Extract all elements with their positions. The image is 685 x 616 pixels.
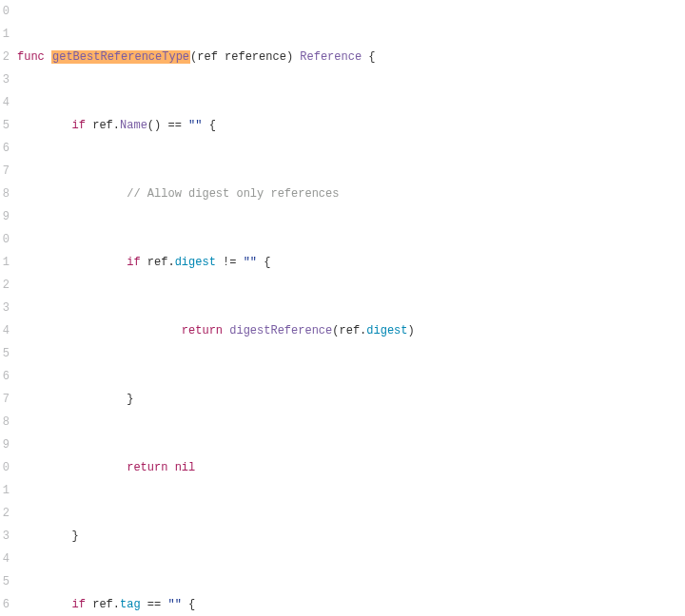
line-number: 4	[0, 319, 10, 342]
code-line: if ref.digest != "" {	[17, 251, 685, 274]
line-number: 0	[0, 0, 10, 23]
obj: ref.	[92, 598, 120, 611]
op: !=	[216, 256, 244, 269]
brace: }	[127, 393, 133, 406]
call-digestReference: digestReference	[229, 324, 332, 337]
function-name-highlight: getBestReferenceType	[51, 50, 190, 64]
ws	[141, 256, 147, 269]
brace: {	[257, 256, 270, 269]
code-block: 0 1 2 3 4 5 6 7 8 9 0 1 2 3 4 5 6 7 8 9 …	[0, 0, 685, 616]
line-number: 1	[0, 251, 10, 274]
line-number: 0	[0, 228, 10, 251]
method-call: Name	[120, 119, 147, 132]
line-number: 1	[0, 479, 10, 502]
param: ref reference	[197, 50, 286, 64]
brace: {	[182, 598, 195, 611]
code-line: if ref.Name() == "" {	[17, 114, 685, 137]
indent	[17, 324, 182, 337]
line-number: 9	[0, 433, 10, 456]
ws	[167, 461, 174, 474]
brace: {	[362, 50, 375, 64]
obj: ref.	[147, 256, 175, 269]
keyword-if: if	[72, 119, 86, 132]
op: () ==	[147, 119, 188, 132]
line-number: 8	[0, 411, 10, 433]
keyword-func: func	[17, 50, 45, 64]
indent	[17, 529, 72, 543]
indent	[17, 393, 127, 406]
code-line: if ref.tag == "" {	[17, 593, 685, 616]
line-number: 1	[0, 23, 10, 46]
line-number: 4	[0, 548, 10, 570]
field-tag: tag	[120, 598, 141, 611]
line-number: 2	[0, 274, 10, 297]
line-number: 5	[0, 342, 10, 365]
keyword-nil: nil	[175, 461, 196, 474]
line-number: 3	[0, 297, 10, 319]
brace: {	[202, 119, 215, 132]
code-lines: func getBestReferenceType(ref reference)…	[17, 0, 685, 616]
line-number: 7	[0, 388, 10, 411]
code-line: }	[17, 388, 685, 411]
line-number: 6	[0, 137, 10, 160]
indent	[17, 461, 127, 474]
line-number: 2	[0, 46, 10, 68]
line-number: 5	[0, 114, 10, 137]
line-number-gutter: 0 1 2 3 4 5 6 7 8 9 0 1 2 3 4 5 6 7 8 9 …	[0, 0, 17, 616]
return-type: Reference	[300, 50, 362, 64]
indent	[17, 256, 127, 269]
line-number: 8	[0, 183, 10, 205]
string-literal: ""	[188, 119, 202, 132]
line-number: 0	[0, 456, 10, 479]
obj: ref.	[92, 119, 120, 132]
field-digest: digest	[366, 324, 407, 337]
keyword-if: if	[72, 598, 86, 611]
paren-close: )	[408, 324, 415, 337]
line-number: 9	[0, 205, 10, 228]
line-number: 5	[0, 570, 10, 593]
op: ==	[141, 598, 168, 611]
line-number: 6	[0, 365, 10, 388]
code-line: func getBestReferenceType(ref reference)…	[17, 46, 685, 68]
line-number: 3	[0, 525, 10, 548]
brace: }	[72, 529, 79, 543]
indent	[17, 187, 127, 201]
obj: ref.	[339, 324, 366, 337]
code-line: return nil	[17, 456, 685, 479]
field-digest: digest	[175, 256, 216, 269]
line-number: 2	[0, 502, 10, 525]
paren-close: )	[286, 50, 300, 64]
code-line: // Allow digest only references	[17, 183, 685, 205]
indent	[17, 598, 72, 611]
comment: // Allow digest only references	[127, 187, 339, 201]
code-line: }	[17, 525, 685, 548]
line-number: 3	[0, 68, 10, 91]
keyword-if: if	[127, 256, 140, 269]
string-literal: ""	[244, 256, 257, 269]
indent	[17, 119, 72, 132]
ws	[45, 50, 51, 64]
keyword-return: return	[127, 461, 167, 474]
string-literal: ""	[167, 598, 181, 611]
code-line: return digestReference(ref.digest)	[17, 319, 685, 342]
keyword-return: return	[182, 324, 223, 337]
line-number: 6	[0, 593, 10, 616]
line-number: 7	[0, 160, 10, 183]
line-number: 4	[0, 91, 10, 114]
